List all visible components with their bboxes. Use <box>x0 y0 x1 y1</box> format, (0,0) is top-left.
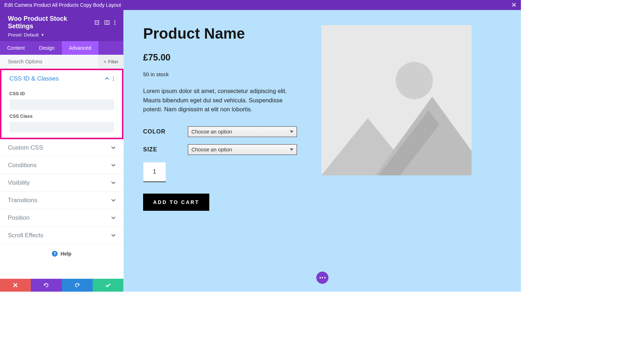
search-row: + Filter <box>0 55 123 69</box>
product-image-placeholder <box>321 25 472 175</box>
section-position[interactable]: Position <box>0 209 123 227</box>
section-css-id-classes[interactable]: CSS ID & Classes <box>1 70 122 87</box>
css-class-label: CSS Class <box>9 113 114 119</box>
fab-menu-button[interactable] <box>316 272 328 284</box>
dots-icon <box>319 277 326 278</box>
filter-button[interactable]: + Filter <box>98 55 123 68</box>
chevron-down-icon <box>290 149 293 151</box>
chevron-down-icon <box>290 131 293 133</box>
svg-point-1 <box>97 22 98 23</box>
chevron-down-icon <box>111 234 116 237</box>
help-link[interactable]: ? Help <box>0 244 123 263</box>
chevron-down-icon <box>111 146 116 149</box>
size-select[interactable]: Choose an option <box>188 144 297 155</box>
canvas: Product Name £75.00 50 in stock Lorem ip… <box>124 10 521 292</box>
action-bar <box>0 279 123 292</box>
product-stock: 50 in stock <box>143 71 297 77</box>
chevron-down-icon: ▼ <box>41 33 44 37</box>
highlighted-section: CSS ID & Classes CSS ID CSS Class <box>0 69 123 139</box>
tab-content[interactable]: Content <box>0 41 32 55</box>
help-icon: ? <box>52 251 58 257</box>
css-class-input[interactable] <box>9 122 114 132</box>
save-button[interactable] <box>93 279 123 292</box>
panel-icon[interactable] <box>104 20 110 25</box>
redo-button[interactable] <box>62 279 93 292</box>
quantity-input[interactable]: 1 <box>143 162 166 182</box>
section-conditions[interactable]: Conditions <box>0 157 123 174</box>
svg-point-4 <box>114 20 115 21</box>
undo-button[interactable] <box>31 279 62 292</box>
more-icon[interactable] <box>114 20 116 25</box>
chevron-down-icon <box>111 181 116 184</box>
add-to-cart-button[interactable]: ADD TO CART <box>143 194 209 211</box>
sidebar: Woo Product Stock Settings Preset: Defau… <box>0 10 124 292</box>
product-description: Lorem ipsum dolor sit amet, consectetur … <box>143 87 297 114</box>
svg-point-6 <box>114 24 115 25</box>
tab-advanced[interactable]: Advanced <box>62 41 98 55</box>
top-bar: Edit Camera Product All Products Copy Bo… <box>0 0 521 10</box>
svg-point-7 <box>113 77 114 78</box>
color-label: COLOR <box>143 128 188 135</box>
tab-design[interactable]: Design <box>32 41 62 55</box>
svg-point-8 <box>113 78 114 79</box>
svg-point-11 <box>396 62 433 99</box>
close-icon[interactable]: ✕ <box>511 1 517 9</box>
section-transitions[interactable]: Transitions <box>0 192 123 209</box>
product-title: Product Name <box>143 25 297 42</box>
section-scroll-effects[interactable]: Scroll Effects <box>0 227 123 244</box>
plus-icon: + <box>104 59 107 64</box>
sidebar-header: Woo Product Stock Settings Preset: Defau… <box>0 10 123 41</box>
css-id-label: CSS ID <box>9 91 114 96</box>
section-more-icon[interactable] <box>113 76 114 81</box>
discard-button[interactable] <box>0 279 31 292</box>
color-select[interactable]: Choose an option <box>188 126 297 137</box>
search-input[interactable] <box>0 55 98 68</box>
chevron-up-icon <box>105 77 109 80</box>
svg-point-5 <box>114 22 115 23</box>
fullscreen-icon[interactable] <box>94 20 100 25</box>
chevron-down-icon <box>111 164 116 167</box>
chevron-down-icon <box>111 199 116 202</box>
css-id-input[interactable] <box>9 99 114 110</box>
svg-point-9 <box>113 80 114 81</box>
size-label: SIZE <box>143 146 188 153</box>
preset-selector[interactable]: Preset: Default ▼ <box>8 32 116 38</box>
section-visibility[interactable]: Visibility <box>0 174 123 191</box>
section-custom-css[interactable]: Custom CSS <box>0 139 123 156</box>
product-price: £75.00 <box>143 52 297 63</box>
top-bar-title: Edit Camera Product All Products Copy Bo… <box>4 2 121 8</box>
chevron-down-icon <box>111 217 116 219</box>
tabs: Content Design Advanced <box>0 41 123 55</box>
module-title: Woo Product Stock Settings <box>8 15 90 30</box>
